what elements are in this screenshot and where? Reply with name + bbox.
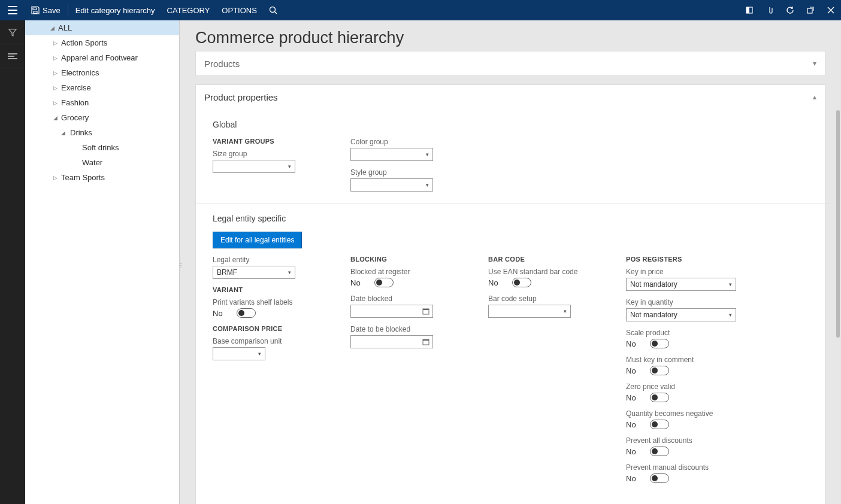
close-icon[interactable] bbox=[821, 0, 841, 20]
hamburger-icon[interactable] bbox=[0, 0, 25, 20]
main-content: ⋮ Commerce product hierarchy Products ▾ … bbox=[180, 20, 841, 504]
edit-category-hierarchy-button[interactable]: Edit category hierarchy bbox=[69, 0, 161, 20]
prevent-all-discounts-toggle[interactable] bbox=[650, 447, 669, 456]
tree-item[interactable]: ▷Electronics bbox=[25, 65, 179, 80]
key-in-price-dropdown[interactable]: Not mandatory▾ bbox=[626, 278, 736, 291]
tree-root-all[interactable]: ◢ ALL bbox=[25, 20, 179, 35]
date-to-be-blocked-label: Date to be blocked bbox=[350, 325, 452, 333]
tree-item-soft-drinks[interactable]: Soft drinks bbox=[25, 140, 179, 155]
edit-hierarchy-label: Edit category hierarchy bbox=[75, 6, 155, 15]
expand-icon: ▷ bbox=[52, 70, 59, 76]
calendar-icon[interactable] bbox=[422, 338, 430, 346]
tree-item-water[interactable]: Water bbox=[25, 155, 179, 170]
use-ean-value: No bbox=[488, 278, 504, 287]
base-comparison-unit-dropdown[interactable]: ▾ bbox=[213, 347, 265, 360]
bar-code-label: BAR CODE bbox=[488, 256, 590, 263]
color-group-dropdown[interactable]: ▾ bbox=[350, 148, 433, 161]
chevron-down-icon: ▾ bbox=[564, 308, 567, 314]
must-key-comment-toggle[interactable] bbox=[650, 366, 669, 375]
svg-line-4 bbox=[274, 12, 277, 14]
prevent-all-discounts-label: Prevent all discounts bbox=[626, 436, 736, 445]
chevron-down-icon: ▾ bbox=[288, 163, 291, 169]
legal-entity-heading: Legal entity specific bbox=[213, 214, 814, 223]
key-in-quantity-value: Not mandatory bbox=[630, 311, 729, 319]
svg-rect-10 bbox=[8, 53, 17, 54]
bar-code-setup-dropdown[interactable]: ▾ bbox=[488, 305, 571, 318]
chevron-down-icon: ▾ bbox=[426, 182, 429, 188]
color-group-label: Color group bbox=[350, 138, 452, 146]
search-icon bbox=[269, 6, 277, 14]
tree-item-drinks[interactable]: ◢Drinks bbox=[25, 125, 179, 140]
chevron-down-icon: ▾ bbox=[729, 312, 732, 318]
scale-product-value: No bbox=[626, 339, 642, 348]
tree-item[interactable]: ▷Exercise bbox=[25, 80, 179, 95]
chevron-up-icon: ▴ bbox=[813, 93, 816, 101]
save-icon bbox=[31, 6, 40, 14]
tree-item[interactable]: ▷Fashion bbox=[25, 95, 179, 110]
options-label: OPTIONS bbox=[222, 6, 257, 15]
tree-item[interactable]: ▷Action Sports bbox=[25, 35, 179, 50]
svg-rect-14 bbox=[423, 309, 429, 310]
expand-icon: ▷ bbox=[52, 40, 59, 46]
size-group-dropdown[interactable]: ▾ bbox=[213, 160, 295, 173]
legal-entity-dropdown[interactable]: BRMF▾ bbox=[213, 266, 295, 279]
variant-groups-label: VARIANT GROUPS bbox=[213, 138, 314, 145]
prevent-manual-discounts-value: No bbox=[626, 474, 642, 483]
products-panel-header[interactable]: Products ▾ bbox=[196, 51, 825, 75]
print-variants-toggle[interactable] bbox=[237, 308, 256, 318]
attachment-icon[interactable] bbox=[760, 0, 780, 20]
style-group-dropdown[interactable]: ▾ bbox=[350, 178, 433, 192]
tree-item[interactable]: ▷Apparel and Footwear bbox=[25, 50, 179, 65]
refresh-icon[interactable] bbox=[780, 0, 800, 20]
popout-icon[interactable] bbox=[800, 0, 821, 20]
use-ean-toggle[interactable] bbox=[512, 278, 531, 287]
tree-item-label: Electronics bbox=[61, 68, 99, 77]
splitter-handle[interactable]: ⋮ bbox=[180, 262, 184, 269]
category-label: CATEGORY bbox=[167, 6, 210, 15]
zero-price-valid-label: Zero price valid bbox=[626, 382, 736, 391]
base-comparison-unit-label: Base comparison unit bbox=[213, 337, 314, 345]
tree-item-label: Exercise bbox=[61, 83, 91, 92]
chevron-down-icon: ▾ bbox=[729, 281, 732, 287]
print-variants-label: Print variants shelf labels bbox=[213, 298, 314, 306]
scale-product-toggle[interactable] bbox=[650, 339, 669, 348]
prevent-manual-discounts-toggle[interactable] bbox=[650, 473, 669, 483]
style-group-label: Style group bbox=[350, 168, 452, 177]
tree-item-label: Drinks bbox=[70, 128, 92, 137]
product-properties-header[interactable]: Product properties ▴ bbox=[196, 85, 825, 109]
search-button[interactable] bbox=[263, 0, 283, 20]
print-variants-value: No bbox=[213, 309, 228, 318]
office-icon[interactable] bbox=[739, 0, 760, 20]
edit-all-legal-entities-button[interactable]: Edit for all legal entities bbox=[213, 232, 302, 248]
key-in-quantity-dropdown[interactable]: Not mandatory▾ bbox=[626, 308, 736, 321]
date-blocked-label: Date blocked bbox=[350, 294, 452, 303]
svg-point-3 bbox=[270, 7, 275, 13]
expand-icon: ▷ bbox=[52, 100, 59, 106]
svg-rect-6 bbox=[746, 7, 749, 13]
date-to-be-blocked-input[interactable] bbox=[350, 335, 433, 348]
global-heading: Global bbox=[213, 120, 814, 129]
scrollbar-thumb[interactable] bbox=[836, 110, 840, 338]
save-button[interactable]: Save bbox=[25, 0, 66, 20]
tree-item-grocery[interactable]: ◢Grocery bbox=[25, 110, 179, 125]
options-menu[interactable]: OPTIONS bbox=[216, 0, 263, 20]
svg-rect-1 bbox=[8, 10, 17, 11]
products-panel-title: Products bbox=[204, 59, 240, 69]
key-in-price-value: Not mandatory bbox=[630, 280, 729, 289]
tree-root-label: ALL bbox=[58, 23, 72, 32]
calendar-icon[interactable] bbox=[422, 307, 430, 315]
zero-price-valid-toggle[interactable] bbox=[650, 393, 669, 402]
tree-item[interactable]: ▷Team Sports bbox=[25, 170, 179, 185]
legal-entity-label: Legal entity bbox=[213, 256, 314, 264]
category-menu[interactable]: CATEGORY bbox=[161, 0, 216, 20]
variant-label: VARIANT bbox=[213, 286, 314, 293]
blocked-at-register-toggle[interactable] bbox=[374, 278, 394, 287]
separator bbox=[68, 4, 68, 16]
prevent-manual-discounts-label: Prevent manual discounts bbox=[626, 463, 736, 472]
quantity-negative-toggle[interactable] bbox=[650, 420, 669, 429]
left-rail bbox=[0, 20, 25, 504]
filter-icon[interactable] bbox=[0, 20, 25, 44]
date-blocked-input[interactable] bbox=[350, 305, 433, 318]
quantity-negative-value: No bbox=[626, 420, 642, 429]
list-icon[interactable] bbox=[0, 44, 25, 68]
